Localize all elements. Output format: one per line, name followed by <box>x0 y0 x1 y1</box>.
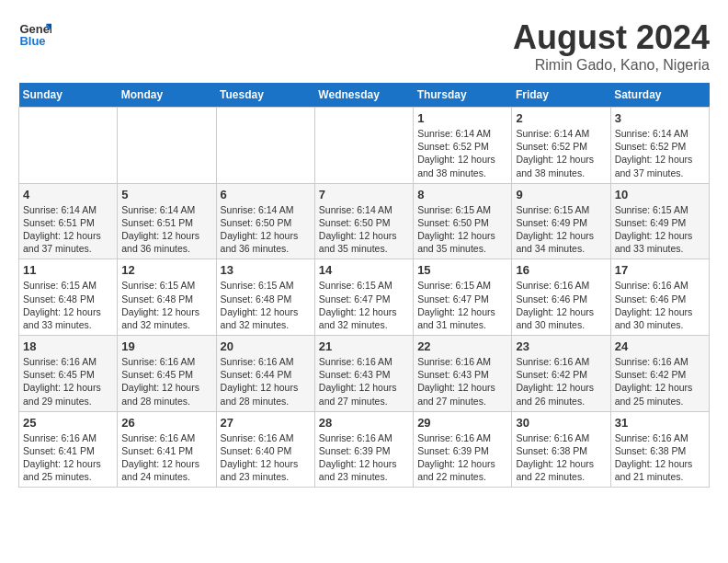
day-number: 19 <box>121 339 211 353</box>
calendar-week-row: 11Sunrise: 6:15 AMSunset: 6:48 PMDayligh… <box>19 259 710 336</box>
day-info: Sunrise: 6:15 AMSunset: 6:48 PMDaylight:… <box>221 279 311 331</box>
calendar-day-cell: 26Sunrise: 6:16 AMSunset: 6:41 PMDayligh… <box>118 411 216 488</box>
day-info: Sunrise: 6:15 AMSunset: 6:49 PMDaylight:… <box>615 203 705 256</box>
calendar-day-cell: 13Sunrise: 6:15 AMSunset: 6:48 PMDayligh… <box>216 259 314 336</box>
day-info: Sunrise: 6:16 AMSunset: 6:45 PMDaylight:… <box>23 355 113 408</box>
day-of-week-header: Friday <box>512 83 610 108</box>
day-number: 4 <box>23 188 113 201</box>
day-number: 12 <box>121 263 211 277</box>
day-info: Sunrise: 6:15 AMSunset: 6:47 PMDaylight:… <box>319 279 409 331</box>
day-info: Sunrise: 6:16 AMSunset: 6:42 PMDaylight:… <box>615 355 705 408</box>
calendar-day-cell: 18Sunrise: 6:16 AMSunset: 6:45 PMDayligh… <box>19 336 118 412</box>
calendar-day-cell: 4Sunrise: 6:14 AMSunset: 6:51 PMDaylight… <box>19 183 118 259</box>
day-info: Sunrise: 6:14 AMSunset: 6:50 PMDaylight:… <box>221 203 311 256</box>
header: General Blue August 2024 Rimin Gado, Kan… <box>18 18 710 74</box>
calendar-day-cell: 17Sunrise: 6:16 AMSunset: 6:46 PMDayligh… <box>610 259 709 336</box>
day-number: 9 <box>516 188 606 201</box>
day-info: Sunrise: 6:16 AMSunset: 6:41 PMDaylight:… <box>121 431 211 484</box>
day-info: Sunrise: 6:16 AMSunset: 6:43 PMDaylight:… <box>417 355 507 408</box>
calendar-day-cell: 11Sunrise: 6:15 AMSunset: 6:48 PMDayligh… <box>19 259 118 336</box>
day-number: 31 <box>615 416 705 430</box>
calendar-day-cell: 7Sunrise: 6:14 AMSunset: 6:50 PMDaylight… <box>314 183 413 259</box>
calendar-day-cell: 27Sunrise: 6:16 AMSunset: 6:40 PMDayligh… <box>216 411 314 488</box>
logo: General Blue <box>18 18 51 52</box>
calendar-day-cell: 21Sunrise: 6:16 AMSunset: 6:43 PMDayligh… <box>314 336 413 412</box>
day-number: 30 <box>516 416 606 430</box>
day-info: Sunrise: 6:15 AMSunset: 6:47 PMDaylight:… <box>417 279 507 331</box>
calendar-day-cell: 29Sunrise: 6:16 AMSunset: 6:39 PMDayligh… <box>414 411 512 488</box>
day-info: Sunrise: 6:14 AMSunset: 6:52 PMDaylight:… <box>615 127 705 179</box>
logo-icon: General Blue <box>18 18 51 52</box>
day-info: Sunrise: 6:15 AMSunset: 6:50 PMDaylight:… <box>417 203 507 256</box>
calendar-day-cell <box>314 108 413 184</box>
day-number: 2 <box>516 111 606 125</box>
calendar-day-cell: 15Sunrise: 6:15 AMSunset: 6:47 PMDayligh… <box>414 259 512 336</box>
day-info: Sunrise: 6:16 AMSunset: 6:45 PMDaylight:… <box>121 355 211 408</box>
day-number: 11 <box>23 263 113 277</box>
calendar-week-row: 18Sunrise: 6:16 AMSunset: 6:45 PMDayligh… <box>19 336 710 412</box>
days-header-row: SundayMondayTuesdayWednesdayThursdayFrid… <box>19 83 710 108</box>
day-of-week-header: Sunday <box>19 83 118 108</box>
calendar-day-cell: 2Sunrise: 6:14 AMSunset: 6:52 PMDaylight… <box>512 108 610 184</box>
day-number: 1 <box>417 111 507 125</box>
calendar-day-cell: 19Sunrise: 6:16 AMSunset: 6:45 PMDayligh… <box>118 336 216 412</box>
calendar-day-cell: 25Sunrise: 6:16 AMSunset: 6:41 PMDayligh… <box>19 411 118 488</box>
day-number: 24 <box>615 339 705 353</box>
day-number: 27 <box>221 416 311 430</box>
calendar-day-cell: 24Sunrise: 6:16 AMSunset: 6:42 PMDayligh… <box>610 336 709 412</box>
calendar-day-cell: 10Sunrise: 6:15 AMSunset: 6:49 PMDayligh… <box>610 183 709 259</box>
day-number: 10 <box>615 188 705 201</box>
calendar-day-cell: 28Sunrise: 6:16 AMSunset: 6:39 PMDayligh… <box>314 411 413 488</box>
day-info: Sunrise: 6:15 AMSunset: 6:48 PMDaylight:… <box>23 279 113 331</box>
day-number: 14 <box>319 263 409 277</box>
day-info: Sunrise: 6:16 AMSunset: 6:44 PMDaylight:… <box>221 355 311 408</box>
day-info: Sunrise: 6:16 AMSunset: 6:38 PMDaylight:… <box>615 431 705 484</box>
calendar-day-cell: 5Sunrise: 6:14 AMSunset: 6:51 PMDaylight… <box>118 183 216 259</box>
day-number: 15 <box>417 263 507 277</box>
day-of-week-header: Wednesday <box>314 83 413 108</box>
calendar-table: SundayMondayTuesdayWednesdayThursdayFrid… <box>18 83 710 488</box>
day-number: 21 <box>319 339 409 353</box>
day-number: 18 <box>23 339 113 353</box>
calendar-day-cell: 30Sunrise: 6:16 AMSunset: 6:38 PMDayligh… <box>512 411 610 488</box>
day-info: Sunrise: 6:16 AMSunset: 6:42 PMDaylight:… <box>516 355 606 408</box>
calendar-day-cell: 8Sunrise: 6:15 AMSunset: 6:50 PMDaylight… <box>414 183 512 259</box>
calendar-day-cell <box>19 108 118 184</box>
day-number: 5 <box>121 188 211 201</box>
calendar-day-cell: 14Sunrise: 6:15 AMSunset: 6:47 PMDayligh… <box>314 259 413 336</box>
day-number: 7 <box>319 188 409 201</box>
day-info: Sunrise: 6:14 AMSunset: 6:50 PMDaylight:… <box>319 203 409 256</box>
day-info: Sunrise: 6:16 AMSunset: 6:43 PMDaylight:… <box>319 355 409 408</box>
calendar-day-cell: 22Sunrise: 6:16 AMSunset: 6:43 PMDayligh… <box>414 336 512 412</box>
day-info: Sunrise: 6:14 AMSunset: 6:52 PMDaylight:… <box>516 127 606 179</box>
day-info: Sunrise: 6:16 AMSunset: 6:46 PMDaylight:… <box>615 279 705 331</box>
calendar-day-cell: 23Sunrise: 6:16 AMSunset: 6:42 PMDayligh… <box>512 336 610 412</box>
calendar-day-cell: 1Sunrise: 6:14 AMSunset: 6:52 PMDaylight… <box>414 108 512 184</box>
calendar-day-cell: 16Sunrise: 6:16 AMSunset: 6:46 PMDayligh… <box>512 259 610 336</box>
day-info: Sunrise: 6:16 AMSunset: 6:41 PMDaylight:… <box>23 431 113 484</box>
calendar-week-row: 4Sunrise: 6:14 AMSunset: 6:51 PMDaylight… <box>19 183 710 259</box>
calendar-week-row: 25Sunrise: 6:16 AMSunset: 6:41 PMDayligh… <box>19 411 710 488</box>
day-info: Sunrise: 6:15 AMSunset: 6:49 PMDaylight:… <box>516 203 606 256</box>
day-info: Sunrise: 6:16 AMSunset: 6:38 PMDaylight:… <box>516 431 606 484</box>
day-info: Sunrise: 6:14 AMSunset: 6:51 PMDaylight:… <box>121 203 211 256</box>
day-number: 17 <box>615 263 705 277</box>
day-number: 8 <box>417 188 507 201</box>
day-number: 29 <box>417 416 507 430</box>
day-info: Sunrise: 6:16 AMSunset: 6:39 PMDaylight:… <box>319 431 409 484</box>
day-info: Sunrise: 6:14 AMSunset: 6:51 PMDaylight:… <box>23 203 113 256</box>
calendar-day-cell: 9Sunrise: 6:15 AMSunset: 6:49 PMDaylight… <box>512 183 610 259</box>
day-info: Sunrise: 6:16 AMSunset: 6:39 PMDaylight:… <box>417 431 507 484</box>
day-of-week-header: Thursday <box>414 83 512 108</box>
calendar-day-cell: 31Sunrise: 6:16 AMSunset: 6:38 PMDayligh… <box>610 411 709 488</box>
month-title: August 2024 <box>513 18 710 57</box>
day-number: 16 <box>516 263 606 277</box>
day-number: 25 <box>23 416 113 430</box>
calendar-day-cell <box>118 108 216 184</box>
day-number: 6 <box>221 188 311 201</box>
day-number: 20 <box>221 339 311 353</box>
day-of-week-header: Saturday <box>610 83 709 108</box>
location-title: Rimin Gado, Kano, Nigeria <box>513 57 710 74</box>
day-info: Sunrise: 6:16 AMSunset: 6:40 PMDaylight:… <box>221 431 311 484</box>
title-area: August 2024 Rimin Gado, Kano, Nigeria <box>513 18 710 74</box>
